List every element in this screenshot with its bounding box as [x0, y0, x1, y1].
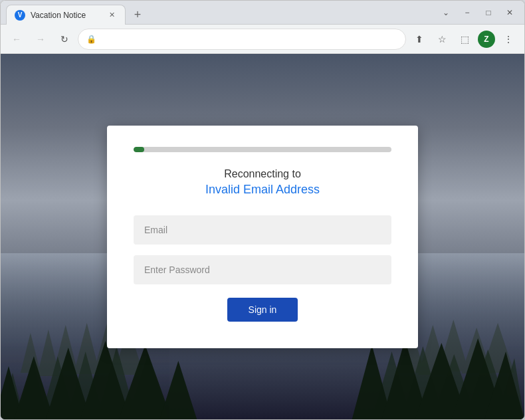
forward-button[interactable]: → — [30, 29, 51, 50]
maximize-button[interactable]: □ — [479, 3, 498, 22]
browser-window: V Vacation Notice ✕ + ⌄ − □ ✕ ← → ↻ — [0, 0, 525, 420]
extension-button[interactable]: ⬚ — [454, 29, 475, 50]
tab-favicon: V — [15, 10, 25, 21]
bookmark-button[interactable]: ☆ — [431, 29, 453, 50]
email-input[interactable] — [134, 215, 391, 245]
tab-title: Vacation Notice — [31, 11, 101, 20]
reconnecting-label: Reconnecting to — [224, 168, 301, 180]
login-modal: Reconnecting to Invalid Email Address Si… — [107, 126, 418, 348]
active-tab[interactable]: V Vacation Notice ✕ — [6, 5, 126, 25]
invalid-email-label: Invalid Email Address — [205, 183, 320, 197]
close-button[interactable]: ✕ — [500, 3, 519, 22]
share-button[interactable]: ⬆ — [409, 29, 430, 50]
title-bar: V Vacation Notice ✕ + ⌄ − □ ✕ — [1, 1, 524, 25]
page-content: DALI Reconnecting to Invalid Email Addre… — [1, 54, 524, 419]
browser-toolbar: ← → ↻ 🔒 ⬆ ☆ ⬚ Z ⋮ — [1, 25, 524, 54]
address-bar[interactable]: 🔒 — [78, 29, 406, 50]
back-button[interactable]: ← — [6, 29, 27, 50]
tab-list-button[interactable]: ⌄ — [437, 3, 455, 22]
tab-close-button[interactable]: ✕ — [106, 10, 117, 21]
profile-button[interactable]: Z — [478, 31, 495, 48]
progress-bar-fill — [134, 147, 144, 152]
signin-button[interactable]: Sign in — [227, 298, 298, 322]
password-input[interactable] — [134, 255, 391, 284]
reload-button[interactable]: ↻ — [54, 29, 75, 50]
progress-bar-container — [134, 147, 391, 152]
background-image: DALI Reconnecting to Invalid Email Addre… — [1, 54, 524, 419]
new-tab-button[interactable]: + — [128, 5, 147, 24]
minimize-button[interactable]: − — [458, 3, 476, 22]
menu-button[interactable]: ⋮ — [498, 29, 519, 50]
toolbar-right: ⬆ ☆ ⬚ Z ⋮ — [409, 29, 519, 50]
tab-bar: V Vacation Notice ✕ + — [6, 1, 433, 24]
lock-icon: 🔒 — [86, 35, 96, 44]
window-controls: ⌄ − □ ✕ — [437, 3, 519, 22]
